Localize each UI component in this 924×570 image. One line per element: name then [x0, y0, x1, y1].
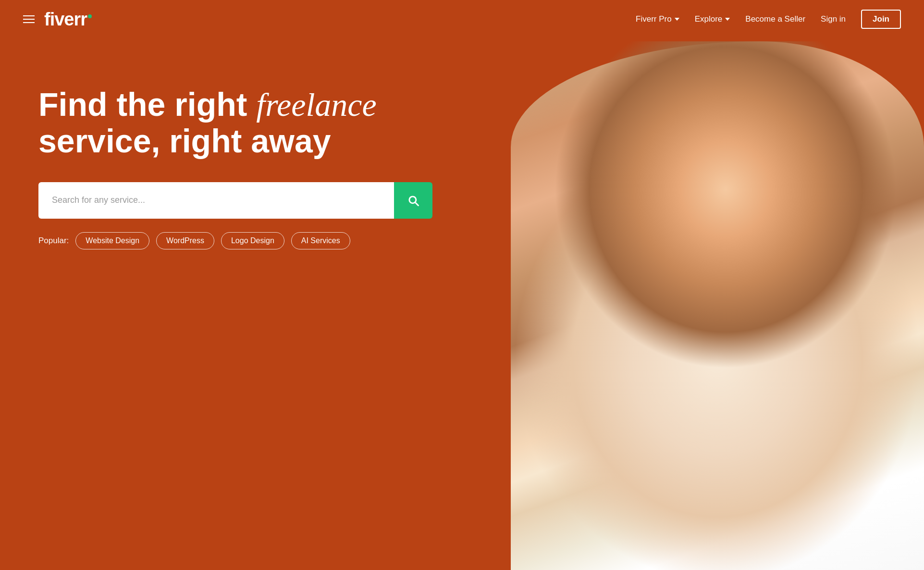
- fiverr-pro-nav-link[interactable]: Fiverr Pro: [636, 14, 679, 24]
- search-icon: [407, 194, 420, 207]
- tag-website-design[interactable]: Website Design: [75, 232, 149, 249]
- hero-title: Find the right freelanceservice, right a…: [38, 87, 423, 159]
- person-silhouette: [511, 41, 924, 570]
- search-button[interactable]: [394, 182, 432, 219]
- join-button[interactable]: Join: [861, 10, 901, 29]
- fiverr-pro-chevron-icon: [675, 18, 679, 21]
- sign-in-nav-link[interactable]: Sign in: [821, 14, 846, 24]
- person-overlay: [511, 41, 924, 570]
- logo-text: fiverr: [44, 9, 87, 30]
- become-seller-label: Become a Seller: [745, 14, 805, 24]
- popular-label: Popular:: [38, 236, 69, 246]
- explore-chevron-icon: [725, 18, 730, 21]
- explore-nav-link[interactable]: Explore: [695, 14, 730, 24]
- sign-in-label: Sign in: [821, 14, 846, 24]
- hero-person-image: [511, 41, 924, 570]
- hero-section: fiverr Fiverr Pro Explore Become a Selle…: [0, 0, 924, 570]
- popular-row: Popular: Website Design WordPress Logo D…: [38, 232, 423, 249]
- become-seller-nav-link[interactable]: Become a Seller: [745, 14, 805, 24]
- tag-wordpress[interactable]: WordPress: [156, 232, 214, 249]
- fiverr-pro-label: Fiverr Pro: [636, 14, 672, 24]
- tag-logo-design[interactable]: Logo Design: [221, 232, 284, 249]
- nav-right: Fiverr Pro Explore Become a Seller Sign …: [636, 10, 901, 29]
- hero-content: Find the right freelanceservice, right a…: [38, 87, 423, 249]
- hamburger-menu-icon[interactable]: [23, 15, 35, 23]
- nav-left: fiverr: [23, 9, 92, 30]
- fiverr-logo[interactable]: fiverr: [44, 9, 92, 30]
- search-bar: [38, 182, 432, 219]
- logo-dot: [88, 14, 92, 18]
- hero-title-text1: Find the right: [38, 86, 256, 123]
- hero-title-text2: service, right away: [38, 123, 331, 159]
- hero-title-italic: freelance: [256, 87, 376, 123]
- explore-label: Explore: [695, 14, 723, 24]
- search-input[interactable]: [38, 182, 394, 219]
- navbar: fiverr Fiverr Pro Explore Become a Selle…: [0, 0, 924, 38]
- tag-ai-services[interactable]: AI Services: [291, 232, 350, 249]
